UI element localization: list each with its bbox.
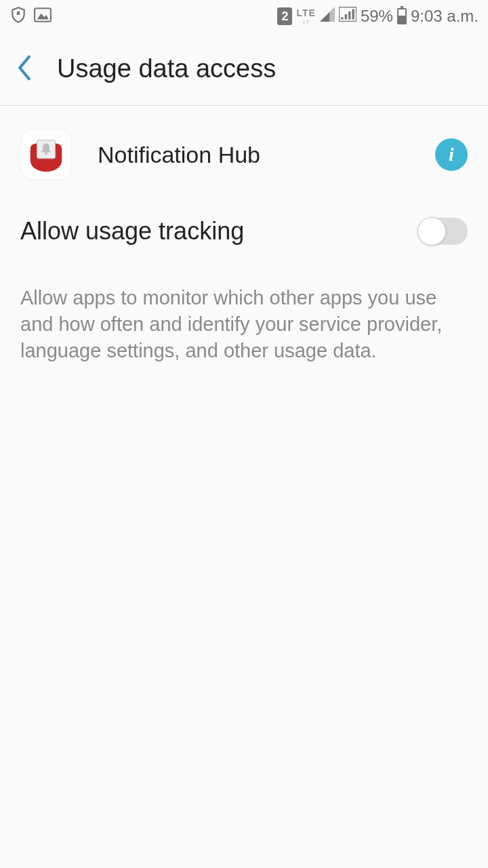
app-icon [20, 129, 72, 180]
page-header: Usage data access [0, 33, 488, 106]
svg-marker-1 [37, 14, 48, 20]
page-title: Usage data access [57, 54, 276, 83]
signal-icon-2 [339, 7, 357, 26]
back-button[interactable] [16, 55, 33, 83]
svg-rect-8 [352, 9, 354, 19]
svg-rect-6 [345, 14, 347, 20]
info-button[interactable]: i [435, 138, 468, 171]
svg-point-10 [45, 152, 47, 155]
signal-icon-1 [320, 7, 335, 26]
notification-shield-icon [9, 6, 27, 26]
setting-description: Allow apps to monitor which other apps y… [0, 245, 488, 364]
app-name-label: Notification Hub [98, 142, 435, 168]
svg-rect-5 [341, 17, 343, 19]
app-row: Notification Hub i [0, 106, 488, 203]
svg-rect-7 [348, 12, 350, 20]
allow-tracking-switch[interactable] [418, 218, 468, 245]
battery-percent: 59% [361, 7, 393, 26]
network-type: LTE ↓↑ [296, 7, 315, 25]
svg-rect-0 [35, 8, 51, 22]
battery-icon [397, 8, 407, 24]
sim-badge: 2 [277, 7, 292, 25]
status-bar: 2 LTE ↓↑ 59% 9:03 a.m. [0, 0, 488, 33]
info-icon: i [449, 144, 454, 165]
clock: 9:03 a.m. [411, 7, 479, 26]
image-icon [34, 7, 52, 25]
allow-tracking-row[interactable]: Allow usage tracking [0, 203, 488, 245]
svg-marker-3 [320, 12, 329, 22]
allow-tracking-label: Allow usage tracking [20, 217, 418, 245]
switch-thumb [418, 217, 446, 245]
